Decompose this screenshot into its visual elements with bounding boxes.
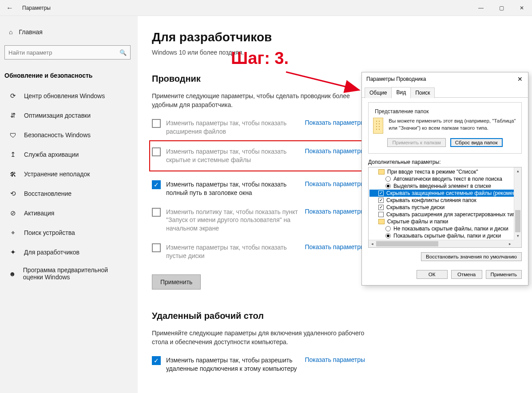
- show-settings-link[interactable]: Показать параметры: [305, 180, 365, 187]
- sidebar-item-delivery-optimization[interactable]: ⇵Оптимизация доставки: [0, 106, 138, 125]
- sync-icon: ⟳: [9, 92, 17, 100]
- sidebar-item-troubleshoot[interactable]: 🛠Устранение неполадок: [0, 164, 138, 184]
- dialog-titlebar[interactable]: Параметры Проводника ✕: [362, 72, 528, 86]
- folder-icon: [378, 169, 385, 175]
- folder-options-dialog: Параметры Проводника ✕ Общие Вид Поиск П…: [361, 72, 528, 286]
- insider-icon: ☻: [9, 270, 16, 278]
- option-allow-remote: ✓ Изменить параметры так, чтобы разрешит…: [152, 356, 365, 373]
- sidebar-item-find-device[interactable]: ⌖Поиск устройства: [0, 223, 138, 242]
- page-title: Для разработчиков: [152, 30, 514, 44]
- show-settings-link[interactable]: Показать параметры: [305, 147, 365, 155]
- reset-folders-button[interactable]: Сброс вида папок: [450, 138, 503, 147]
- checkbox-icon[interactable]: [152, 147, 161, 156]
- radio-icon: [385, 226, 391, 231]
- tab-search[interactable]: Поиск: [410, 87, 435, 98]
- show-settings-link[interactable]: Показать параметры: [305, 208, 365, 215]
- apply-button[interactable]: Применить: [486, 270, 522, 279]
- ok-button[interactable]: ОК: [417, 270, 448, 279]
- tree-radio[interactable]: Показывать скрытые файлы, папки и диски: [369, 232, 520, 239]
- sidebar-item-windows-security[interactable]: 🛡Безопасность Windows: [0, 125, 138, 145]
- checkbox-icon[interactable]: ✓: [152, 180, 161, 189]
- delivery-icon: ⇵: [9, 111, 17, 119]
- cancel-button[interactable]: Отмена: [451, 270, 482, 279]
- back-button[interactable]: ←: [0, 4, 20, 12]
- sidebar-home-label: Главная: [19, 28, 42, 36]
- fieldset-text: Вы можете применить этот вид (например, …: [389, 118, 517, 131]
- wrench-icon: 🛠: [9, 171, 17, 178]
- radio-icon: [385, 183, 391, 189]
- radio-icon: [385, 233, 391, 238]
- activation-icon: ⊘: [9, 209, 17, 217]
- tree-radio[interactable]: Выделять введенный элемент в списке: [369, 183, 520, 190]
- dialog-title: Параметры Проводника: [366, 76, 426, 82]
- option-show-empty-drives: Измените параметры так, чтобы показать п…: [152, 243, 365, 260]
- advanced-settings-tree[interactable]: При вводе текста в режиме "Список" Автом…: [368, 167, 522, 248]
- tab-view[interactable]: Вид: [391, 87, 411, 98]
- backup-icon: ↥: [9, 151, 17, 159]
- sidebar-item-insider[interactable]: ☻Программа предварительной оценки Window…: [0, 262, 138, 285]
- tree-radio[interactable]: Не показывать скрытые файлы, папки и дис…: [369, 225, 520, 232]
- vertical-scrollbar[interactable]: ▴▾: [514, 167, 521, 240]
- sidebar-home[interactable]: ⌂ Главная: [0, 25, 138, 39]
- sidebar-item-activation[interactable]: ⊘Активация: [0, 203, 138, 223]
- sidebar: ⌂ Главная 🔍 Обновление и безопасность ⟳Ц…: [0, 16, 138, 393]
- checkbox-icon[interactable]: [152, 208, 161, 217]
- folder-icon: [378, 219, 385, 224]
- folder-icon: [373, 118, 383, 134]
- checkbox-icon: [378, 212, 384, 217]
- checkbox-icon: [378, 198, 384, 203]
- tree-checkbox[interactable]: Скрывать расширения для зарегистрированн…: [369, 211, 520, 218]
- sidebar-item-for-developers[interactable]: ✦Для разработчиков: [0, 242, 138, 262]
- home-icon: ⌂: [9, 28, 12, 36]
- tree-checkbox[interactable]: Скрывать конфликты слияния папок: [369, 197, 520, 204]
- tab-general[interactable]: Общие: [365, 87, 392, 98]
- scroll-left-icon[interactable]: ◂: [369, 240, 376, 247]
- search-box[interactable]: 🔍: [4, 45, 131, 60]
- checkbox-icon: [378, 205, 384, 210]
- tree-checkbox[interactable]: Скрывать защищенные системные файлы (рек…: [369, 190, 520, 197]
- apply-to-folders-button[interactable]: Применить к папкам: [387, 138, 445, 147]
- option-run-as-different-user: Изменить политику так, чтобы показать пу…: [152, 208, 365, 233]
- checkbox-icon[interactable]: [152, 243, 161, 252]
- tree-checkbox[interactable]: Скрывать пустые диски: [369, 204, 520, 211]
- tree-group: При вводе текста в режиме "Список": [369, 168, 520, 175]
- apply-button[interactable]: Применить: [152, 274, 201, 290]
- folder-views-fieldset: Представление папок Вы можете применить …: [368, 102, 522, 154]
- show-settings-link[interactable]: Показать параметры: [305, 243, 365, 250]
- scroll-thumb[interactable]: [376, 241, 438, 246]
- sidebar-item-recovery[interactable]: ⟲Восстановление: [0, 184, 138, 203]
- sidebar-item-backup[interactable]: ↥Служба архивации: [0, 145, 138, 164]
- developer-icon: ✦: [9, 248, 17, 256]
- horizontal-scrollbar[interactable]: ◂▸: [369, 240, 514, 247]
- checkbox-icon[interactable]: [152, 119, 161, 128]
- titlebar: ← Параметры — ▢ ✕: [0, 0, 532, 16]
- explorer-section-desc: Примените следующие параметры, чтобы сде…: [152, 92, 365, 109]
- find-icon: ⌖: [9, 229, 17, 237]
- option-show-extensions: Изменить параметры так, чтобы показать р…: [152, 119, 365, 136]
- dialog-close-button[interactable]: ✕: [515, 75, 525, 83]
- scroll-right-icon[interactable]: ▸: [506, 240, 514, 247]
- tree-radio[interactable]: Автоматически вводить текст в поле поиск…: [369, 175, 520, 183]
- show-settings-link[interactable]: Показать параметры: [305, 119, 365, 126]
- scroll-down-icon[interactable]: ▾: [514, 232, 521, 240]
- checkbox-icon[interactable]: ✓: [152, 356, 161, 365]
- advanced-label: Дополнительные параметры:: [368, 159, 522, 165]
- close-button[interactable]: ✕: [512, 0, 532, 16]
- search-input[interactable]: [8, 49, 119, 56]
- page-subtitle: Windows 10 или более поздняя.: [152, 49, 514, 56]
- checkbox-icon: [378, 191, 384, 196]
- fieldset-legend: Представление папок: [373, 108, 430, 115]
- scroll-up-icon[interactable]: ▴: [514, 167, 521, 175]
- scroll-thumb[interactable]: [515, 210, 520, 232]
- sidebar-item-windows-update[interactable]: ⟳Центр обновления Windows: [0, 86, 138, 106]
- shield-icon: 🛡: [9, 131, 17, 139]
- option-show-full-path: ✓ Изменить параметры так, чтобы показать…: [152, 180, 365, 197]
- show-settings-link[interactable]: Показать параметры: [305, 356, 365, 363]
- minimize-button[interactable]: —: [471, 0, 491, 16]
- radio-icon: [385, 176, 391, 182]
- tree-group: Скрытые файлы и папки: [369, 218, 520, 225]
- restore-defaults-button[interactable]: Восстановить значения по умолчанию: [421, 252, 522, 261]
- maximize-button[interactable]: ▢: [491, 0, 512, 16]
- search-icon: 🔍: [119, 49, 127, 56]
- window-title: Параметры: [20, 5, 51, 11]
